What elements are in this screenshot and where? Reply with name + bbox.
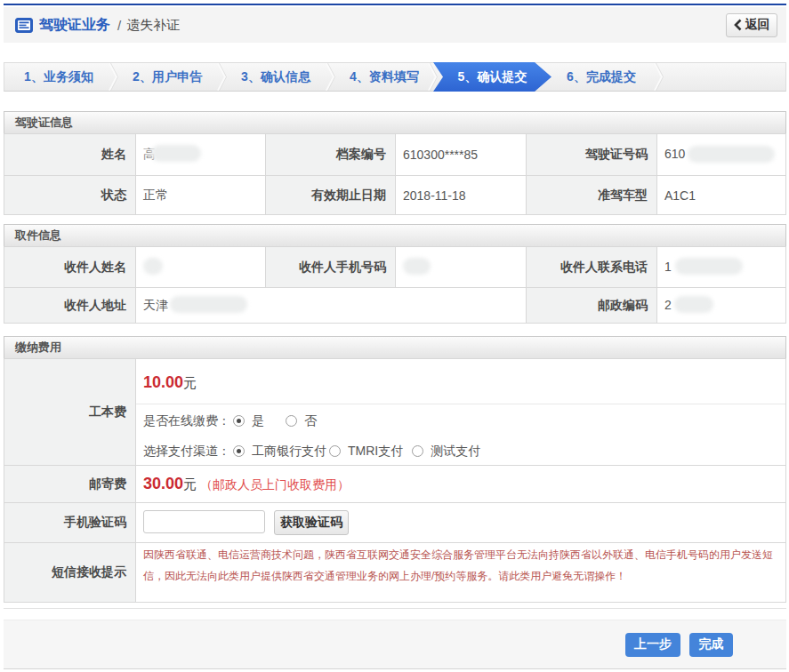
license-section-title: 驾驶证信息 <box>4 111 786 133</box>
mail-fee-amount: 30.00 <box>143 475 183 492</box>
table-row: 手机验证码 获取验证码 <box>4 503 786 543</box>
step-wizard: 1、业务须知 2、用户申告 3、确认信息 4、资料填写 6、完成提交 5、确认提… <box>4 62 786 92</box>
online-pay-question: 是否在线缴费： <box>143 413 230 429</box>
payment-table: 工本费 10.00元 是否在线缴费： 是 否 选择支付渠道： <box>4 358 786 603</box>
field-value-name: 高 <box>136 134 266 176</box>
redaction-blob <box>143 258 163 275</box>
radio-channel-tmri-label[interactable]: TMRI支付 <box>348 444 403 460</box>
radio-online-no[interactable] <box>286 415 297 427</box>
footer-divider <box>4 608 786 609</box>
radio-channel-tmri[interactable] <box>329 445 341 457</box>
pickup-info-table: 收件人姓名 收件人手机号码 收件人联系电话 1 收件人地址 天津 邮政编码 2 <box>4 246 786 324</box>
footer-bar: 上一步 完成 <box>4 620 786 669</box>
field-label-recipient-name: 收件人姓名 <box>4 247 136 288</box>
field-value-license-number: 610 <box>657 134 786 176</box>
field-value-file-number: 610300****85 <box>396 134 527 176</box>
field-label-name: 姓名 <box>4 134 136 176</box>
finish-button[interactable]: 完成 <box>689 633 733 657</box>
pay-channel-question: 选择支付渠道： <box>143 444 230 460</box>
radio-online-no-label[interactable]: 否 <box>304 413 317 429</box>
radio-channel-icbc-label[interactable]: 工商银行支付 <box>252 444 326 460</box>
license-info-section: 驾驶证信息 姓名 高 档案编号 610300****85 驾驶证号码 610 状… <box>4 111 786 215</box>
get-code-button[interactable]: 获取验证码 <box>274 510 349 535</box>
field-value-valid-until: 2018-11-18 <box>396 176 527 215</box>
pickup-info-section: 取件信息 收件人姓名 收件人手机号码 收件人联系电话 1 收件人地址 天津 邮政… <box>4 224 786 324</box>
license-business-icon <box>15 18 33 33</box>
table-row: 状态 正常 有效期止日期 2018-11-18 准驾车型 A1C1 <box>4 176 786 215</box>
field-label-file-number: 档案编号 <box>266 134 396 176</box>
card-fee-amount-line: 10.00元 <box>136 360 785 404</box>
table-row: 收件人地址 天津 邮政编码 2 <box>4 288 786 324</box>
field-value-recipient-name <box>136 247 266 288</box>
step-1[interactable]: 1、业务须知 <box>4 63 113 91</box>
redaction-blob <box>675 258 743 275</box>
chevron-left-icon <box>734 19 742 31</box>
redaction-blob <box>688 146 775 163</box>
field-value-vehicle-class: A1C1 <box>657 176 786 215</box>
table-row: 工本费 10.00元 是否在线缴费： 是 否 选择支付渠道： <box>4 359 786 466</box>
back-button[interactable]: 返回 <box>726 13 777 37</box>
field-value-postal-code: 2 <box>657 288 786 324</box>
breadcrumb-current: 遗失补证 <box>126 17 180 34</box>
redaction-blob <box>674 296 713 313</box>
field-label-valid-until: 有效期止日期 <box>266 176 396 215</box>
field-label-vehicle-class: 准驾车型 <box>527 176 657 215</box>
sms-code-cell: 获取验证码 <box>136 503 786 543</box>
radio-online-yes-label[interactable]: 是 <box>252 413 264 429</box>
field-label-sms-code: 手机验证码 <box>4 503 136 543</box>
card-fee-amount: 10.00 <box>143 373 183 391</box>
table-row: 短信接收提示 因陕西省联通、电信运营商技术问题，陕西省互联网交通安全综合服务管理… <box>4 543 786 603</box>
pay-channel-row: 选择支付渠道： 工商银行支付 TMRI支付 测试支付 <box>136 438 785 465</box>
sms-tip-cell: 因陕西省联通、电信运营商技术问题，陕西省互联网交通安全综合服务管理平台无法向持陕… <box>136 543 786 603</box>
table-row: 邮寄费 30.00元（邮政人员上门收取费用） <box>4 466 786 503</box>
breadcrumb-separator: / <box>117 18 121 33</box>
redaction-blob <box>170 296 247 313</box>
radio-online-yes[interactable] <box>233 415 245 427</box>
field-label-recipient-phone: 收件人联系电话 <box>527 247 657 288</box>
field-label-mail-fee: 邮寄费 <box>4 466 136 503</box>
radio-channel-test-label[interactable]: 测试支付 <box>431 444 480 460</box>
field-label-recipient-mobile: 收件人手机号码 <box>266 247 396 288</box>
step-4[interactable]: 4、资料填写 <box>330 63 439 91</box>
page-title: 驾驶证业务 <box>39 16 110 35</box>
step-5-active[interactable]: 5、确认提交 <box>433 62 551 92</box>
step-3[interactable]: 3、确认信息 <box>221 63 330 91</box>
sms-code-input[interactable] <box>143 510 265 533</box>
online-pay-row: 是否在线缴费： 是 否 <box>136 408 785 435</box>
step-6[interactable]: 6、完成提交 <box>547 63 656 91</box>
radio-channel-icbc[interactable] <box>233 445 245 457</box>
license-info-table: 姓名 高 档案编号 610300****85 驾驶证号码 610 状态 正常 有… <box>4 133 786 215</box>
field-label-card-fee: 工本费 <box>4 359 136 466</box>
field-value-status: 正常 <box>136 176 266 215</box>
field-value-recipient-phone: 1 <box>657 247 786 288</box>
field-value-recipient-mobile <box>396 247 527 288</box>
step-2[interactable]: 2、用户申告 <box>113 63 221 91</box>
payment-section-title: 缴纳费用 <box>4 336 786 358</box>
field-label-recipient-address: 收件人地址 <box>4 288 136 324</box>
table-row: 姓名 高 档案编号 610300****85 驾驶证号码 610 <box>4 134 786 176</box>
field-label-postal-code: 邮政编码 <box>527 288 657 324</box>
table-row: 收件人姓名 收件人手机号码 收件人联系电话 1 <box>4 247 786 288</box>
page: 驾驶证业务 / 遗失补证 返回 1、业务须知 2、用户申告 3、确认信息 4、资… <box>4 4 786 669</box>
previous-step-button[interactable]: 上一步 <box>625 633 680 657</box>
radio-channel-test[interactable] <box>412 445 423 457</box>
field-value-recipient-address: 天津 <box>136 288 527 324</box>
pickup-section-title: 取件信息 <box>4 224 786 246</box>
field-label-license-number: 驾驶证号码 <box>527 134 657 176</box>
top-accent-bar <box>4 4 786 5</box>
mail-fee-value: 30.00元（邮政人员上门收取费用） <box>136 466 786 503</box>
field-label-status: 状态 <box>4 176 136 215</box>
redaction-blob <box>403 258 431 275</box>
page-header: 驾驶证业务 / 遗失补证 返回 <box>4 7 786 43</box>
payment-section: 缴纳费用 工本费 10.00元 是否在线缴费： 是 否 <box>4 336 786 603</box>
mail-fee-note: （邮政人员上门收取费用） <box>200 477 350 492</box>
field-label-sms-tip: 短信接收提示 <box>4 543 136 603</box>
sms-tip-text: 因陕西省联通、电信运营商技术问题，陕西省互联网交通安全综合服务管理平台无法向持陕… <box>136 543 785 587</box>
redaction-blob <box>151 145 201 162</box>
